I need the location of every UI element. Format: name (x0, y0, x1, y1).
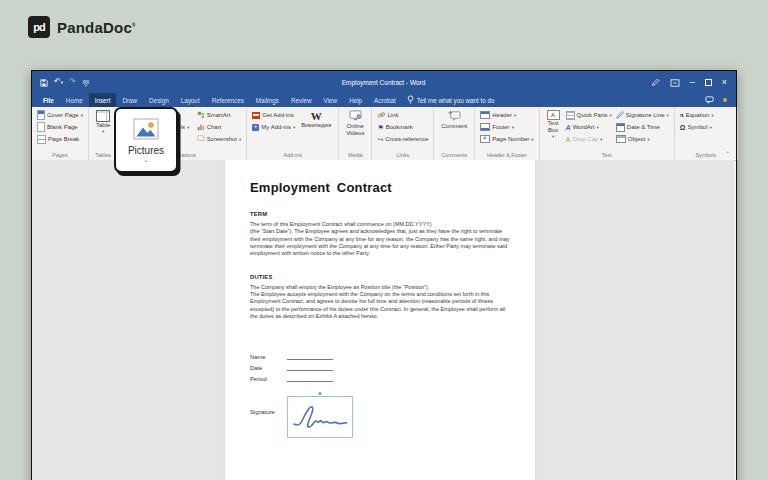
pictures-button-popup[interactable]: Pictures ⌄ (114, 107, 178, 173)
pandadoc-monogram: pd (33, 21, 44, 33)
name-label: Name (250, 354, 287, 360)
chart-button[interactable]: Chart (195, 121, 244, 133)
tab-draw[interactable]: Draw (116, 93, 143, 107)
tab-layout[interactable]: Layout (175, 93, 206, 107)
save-icon[interactable] (40, 73, 48, 91)
share-comment-icon[interactable] (705, 96, 714, 105)
pictures-icon (133, 118, 159, 144)
period-blank-line[interactable] (287, 373, 333, 382)
name-field-row: Name (250, 349, 513, 360)
signature-scribble (288, 397, 352, 437)
tab-help[interactable]: Help (343, 93, 368, 107)
redo-icon[interactable]: ↷ (69, 78, 76, 86)
customize-quick-access-icon[interactable] (82, 73, 90, 91)
quick-access-toolbar: ↶▾ ↷ (32, 73, 190, 91)
blank-page-button[interactable]: Blank Page (35, 121, 85, 133)
cross-reference-button[interactable]: ↪Cross-reference (375, 133, 430, 145)
header-button[interactable]: Header▾ (478, 109, 535, 121)
ribbon-display-options-icon[interactable] (670, 73, 680, 91)
wikipedia-icon: W (311, 111, 322, 122)
maximize-button[interactable] (705, 79, 712, 86)
date-blank-line[interactable] (287, 362, 333, 371)
comment-button[interactable]: Comment (437, 109, 471, 130)
online-videos-button[interactable]: Online Videos (342, 109, 368, 138)
text-box-button[interactable]: A Text Box ▾ (543, 109, 564, 140)
wikipedia-button[interactable]: W Википедия (297, 109, 335, 129)
ribbon-group-addins: Get Add-ins My Add-ins▾ W Википедия Add-… (247, 107, 339, 160)
notification-dot (723, 98, 727, 102)
word-window: ↶▾ ↷ Employment Contract - Word – × File… (31, 70, 737, 480)
document-page[interactable]: Employment Contract TERM The term of thi… (225, 160, 535, 480)
table-button[interactable]: Table ▾ (92, 109, 114, 135)
minimize-button[interactable]: – (690, 78, 695, 87)
term-heading: TERM (250, 211, 513, 217)
dropdown-caret-icon: ⌄ (143, 157, 148, 163)
pictures-button-label: Pictures (128, 145, 164, 156)
signature-line-button[interactable]: Signature Line▾ (614, 109, 671, 121)
ribbon-group-header-footer: Header▾ Footer▾ Page Number▾ Header & Fo… (475, 107, 539, 160)
dropdown-caret-icon: ▾ (293, 125, 295, 130)
object-icon (616, 135, 626, 143)
screenshot-icon (197, 135, 205, 143)
tab-insert[interactable]: Insert (89, 93, 117, 107)
drop-cap-button[interactable]: ADrop Cap▾ (564, 133, 614, 145)
tab-mailings[interactable]: Mailings (250, 93, 285, 107)
tab-references[interactable]: References (206, 93, 250, 107)
tab-home[interactable]: Home (60, 93, 89, 107)
tell-me-box[interactable]: Tell me what you want to do (407, 93, 495, 107)
group-label-addins: Add-ins (250, 151, 335, 160)
equation-button[interactable]: πEquation▾ (678, 109, 734, 121)
date-field-row: Date (250, 360, 513, 371)
pandadoc-logo-mark: pd (28, 16, 50, 38)
dropdown-caret-icon: ▾ (81, 113, 83, 118)
symbol-button[interactable]: ΩSymbol▾ (678, 121, 734, 133)
dropdown-caret-icon: ▾ (179, 113, 181, 118)
duties-paragraph: The Company shall employ the Employee as… (250, 284, 513, 321)
cross-reference-icon: ↪ (377, 136, 383, 143)
document-canvas[interactable]: Employment Contract TERM The term of thi… (32, 160, 734, 480)
screenshot-button[interactable]: Screenshot▾ (195, 133, 244, 145)
wordart-icon: A (566, 124, 571, 131)
ribbon-group-text: A Text Box ▾ Quick Parts▾ AWordArt▾ ADro… (540, 107, 675, 160)
period-field-row: Period (250, 371, 513, 382)
page-number-button[interactable]: Page Number▾ (478, 133, 535, 145)
signature-image-box[interactable] (287, 396, 353, 438)
rotation-handle[interactable] (319, 392, 322, 395)
date-time-button[interactable]: Date & Time (614, 121, 671, 133)
tab-design[interactable]: Design (143, 93, 175, 107)
smartart-button[interactable]: SmartArt (195, 109, 244, 121)
symbol-omega-icon: Ω (680, 124, 686, 131)
close-button[interactable]: × (722, 78, 727, 87)
dropdown-caret-icon: ▾ (512, 125, 514, 130)
undo-icon[interactable]: ↶▾ (54, 78, 63, 86)
date-time-icon (616, 123, 625, 132)
tab-review[interactable]: Review (285, 93, 318, 107)
duties-heading: DUTIES (250, 274, 513, 280)
tab-file[interactable]: File (37, 93, 60, 107)
dropdown-caret-icon: ▾ (709, 125, 711, 130)
dropdown-caret-icon: ▾ (514, 113, 516, 118)
link-button[interactable]: Link (375, 109, 430, 121)
trademark-symbol: ® (132, 23, 136, 28)
quick-parts-button[interactable]: Quick Parts▾ (564, 109, 614, 121)
footer-button[interactable]: Footer▾ (478, 121, 535, 133)
title-bar: ↶▾ ↷ Employment Contract - Word – × (32, 71, 736, 93)
name-blank-line[interactable] (287, 351, 333, 360)
get-addins-button[interactable]: Get Add-ins (250, 109, 297, 121)
object-button[interactable]: Object▾ (614, 133, 671, 145)
group-label-header-footer: Header & Footer (478, 151, 535, 160)
my-addins-button[interactable]: My Add-ins▾ (250, 121, 297, 133)
tab-view[interactable]: View (318, 93, 344, 107)
collapse-ribbon-icon[interactable]: ⌃ (725, 150, 730, 157)
wordart-button[interactable]: AWordArt▾ (564, 121, 614, 133)
dropdown-caret-icon: ▾ (711, 113, 713, 118)
group-label-media: Media (342, 151, 368, 160)
cover-page-button[interactable]: Cover Page▾ (35, 109, 85, 121)
drop-cap-icon: A (566, 136, 571, 143)
blank-page-icon (37, 122, 45, 132)
ink-pen-icon[interactable] (651, 73, 660, 91)
bookmark-button[interactable]: ⚑Bookmark (375, 121, 430, 133)
tab-acrobat[interactable]: Acrobat (368, 93, 402, 107)
page-break-button[interactable]: Page Break (35, 133, 85, 145)
pandadoc-logo: pd PandaDoc® (28, 16, 135, 38)
